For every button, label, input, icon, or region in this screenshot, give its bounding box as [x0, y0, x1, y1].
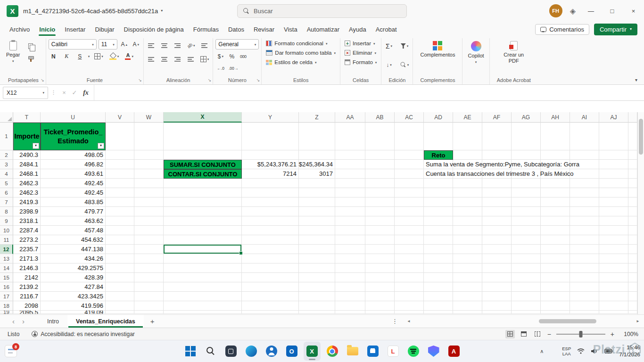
- cell-AE8[interactable]: [453, 207, 482, 216]
- zoom-out-button[interactable]: −: [546, 330, 552, 338]
- cell-AD8[interactable]: [424, 207, 453, 216]
- cell-V11[interactable]: [106, 235, 134, 245]
- column-header-AC[interactable]: AC: [395, 112, 424, 123]
- cell-U10[interactable]: 457.48: [41, 226, 106, 235]
- scroll-left-icon[interactable]: ◄: [405, 319, 413, 323]
- filter-button[interactable]: ▼: [98, 143, 104, 149]
- cell-Y3[interactable]: $5,243,376.21: [242, 160, 299, 169]
- cell-AE9[interactable]: [453, 216, 482, 226]
- taskbar-widget-button[interactable]: 8: [5, 345, 17, 357]
- cell-V9[interactable]: [106, 216, 134, 226]
- cell-Z4[interactable]: 3017: [299, 169, 335, 179]
- cell-Z12[interactable]: [299, 245, 335, 254]
- delete-cells-button[interactable]: × Eliminar▾: [343, 49, 378, 57]
- cell-AI16[interactable]: [570, 282, 599, 292]
- cell-Y6[interactable]: [242, 188, 299, 197]
- cell-partial16[interactable]: [628, 282, 637, 292]
- horizontal-scroll-thumb[interactable]: [539, 319, 596, 323]
- cell-AF7[interactable]: [482, 197, 512, 207]
- cell-AC10[interactable]: [395, 226, 424, 235]
- cell-V15[interactable]: [106, 273, 134, 282]
- cell-AJ18[interactable]: [599, 301, 628, 311]
- align-center-button[interactable]: [159, 54, 169, 64]
- ribbon-tab-datos[interactable]: Datos: [223, 23, 249, 36]
- cell-AH5[interactable]: [541, 179, 570, 188]
- taskbar-icon-security[interactable]: [425, 342, 442, 361]
- cell-AF2[interactable]: [482, 150, 512, 160]
- cell-AB11[interactable]: [365, 235, 395, 245]
- cell-AI14[interactable]: [570, 263, 599, 273]
- decrease-font-button[interactable]: A▾: [131, 40, 141, 49]
- filter-button[interactable]: ▼: [33, 143, 39, 149]
- cell-AC7[interactable]: [395, 197, 424, 207]
- cell-Z5[interactable]: [299, 179, 335, 188]
- cell-T10[interactable]: 2287.4: [13, 226, 41, 235]
- cell-Z18[interactable]: [299, 301, 335, 311]
- cell-Y2[interactable]: [242, 150, 299, 160]
- cell-partial1[interactable]: [628, 123, 637, 150]
- ribbon-tab-archivo[interactable]: Archivo: [5, 23, 34, 36]
- cell-AJ2[interactable]: [599, 150, 628, 160]
- cell-AH11[interactable]: [541, 235, 570, 245]
- cell-AD12[interactable]: [424, 245, 453, 254]
- search-box[interactable]: Buscar: [237, 4, 407, 18]
- cell-X19[interactable]: [164, 311, 242, 314]
- cell-AB17[interactable]: [365, 292, 395, 301]
- cell-Y19[interactable]: [242, 311, 299, 314]
- column-header-X[interactable]: X: [164, 112, 242, 123]
- cell-AI18[interactable]: [570, 301, 599, 311]
- cell-U7[interactable]: 483.85: [41, 197, 106, 207]
- share-button[interactable]: Compartir ▾: [594, 24, 637, 35]
- cell-X13[interactable]: [164, 254, 242, 263]
- avatar[interactable]: FH: [549, 4, 562, 17]
- cell-W18[interactable]: [134, 301, 164, 311]
- cell-Y5[interactable]: [242, 179, 299, 188]
- cell-AA3[interactable]: [335, 160, 365, 169]
- cell-W9[interactable]: [134, 216, 164, 226]
- cell-AA8[interactable]: [335, 207, 365, 216]
- cell-AF14[interactable]: [482, 263, 512, 273]
- ribbon-tab-f-rmulas[interactable]: Fórmulas: [189, 23, 223, 36]
- cell-Y11[interactable]: [242, 235, 299, 245]
- cell-AD4[interactable]: Cuenta las transacciones del trimestre 3…: [424, 169, 453, 179]
- cell-partial7[interactable]: [628, 197, 637, 207]
- cell-AH9[interactable]: [541, 216, 570, 226]
- cell-AF15[interactable]: [482, 273, 512, 282]
- cell-W19[interactable]: [134, 311, 164, 314]
- cell-Y4[interactable]: 7214: [242, 169, 299, 179]
- row-header-6[interactable]: 6: [0, 188, 13, 197]
- dialog-launcher-icon[interactable]: ↘: [256, 78, 260, 82]
- italic-button[interactable]: K: [62, 51, 72, 61]
- align-middle-button[interactable]: [159, 41, 169, 50]
- cell-partial15[interactable]: [628, 273, 637, 282]
- zoom-slider-thumb[interactable]: [579, 331, 582, 337]
- cell-AJ9[interactable]: [599, 216, 628, 226]
- comma-format-button[interactable]: 000: [238, 51, 248, 61]
- cell-AH18[interactable]: [541, 301, 570, 311]
- cell-AD13[interactable]: [424, 254, 453, 263]
- cell-AI8[interactable]: [570, 207, 599, 216]
- cell-AC11[interactable]: [395, 235, 424, 245]
- cell-Z9[interactable]: [299, 216, 335, 226]
- page-layout-view-button[interactable]: [519, 330, 528, 338]
- cell-partial4[interactable]: [628, 169, 637, 179]
- cell-AC6[interactable]: [395, 188, 424, 197]
- cell-W17[interactable]: [134, 292, 164, 301]
- cell-X6[interactable]: [164, 188, 242, 197]
- cell-T16[interactable]: 2139.2: [13, 282, 41, 292]
- ribbon-tab-vista[interactable]: Vista: [279, 23, 302, 36]
- cell-U1[interactable]: Ticket_Promedio_ Estimado▼: [41, 123, 106, 150]
- cell-X9[interactable]: [164, 216, 242, 226]
- row-header-15[interactable]: 15: [0, 273, 13, 282]
- cell-T18[interactable]: 2098: [13, 301, 41, 311]
- cell-AI13[interactable]: [570, 254, 599, 263]
- cell-AA6[interactable]: [335, 188, 365, 197]
- cell-AE17[interactable]: [453, 292, 482, 301]
- zoom-in-button[interactable]: +: [610, 330, 615, 338]
- column-header-AA[interactable]: AA: [335, 112, 365, 123]
- cell-X5[interactable]: [164, 179, 242, 188]
- sheet-tab-intro[interactable]: Intro: [39, 315, 67, 328]
- cell-AI12[interactable]: [570, 245, 599, 254]
- cell-AA7[interactable]: [335, 197, 365, 207]
- taskbar-icon-excel[interactable]: X: [304, 342, 321, 361]
